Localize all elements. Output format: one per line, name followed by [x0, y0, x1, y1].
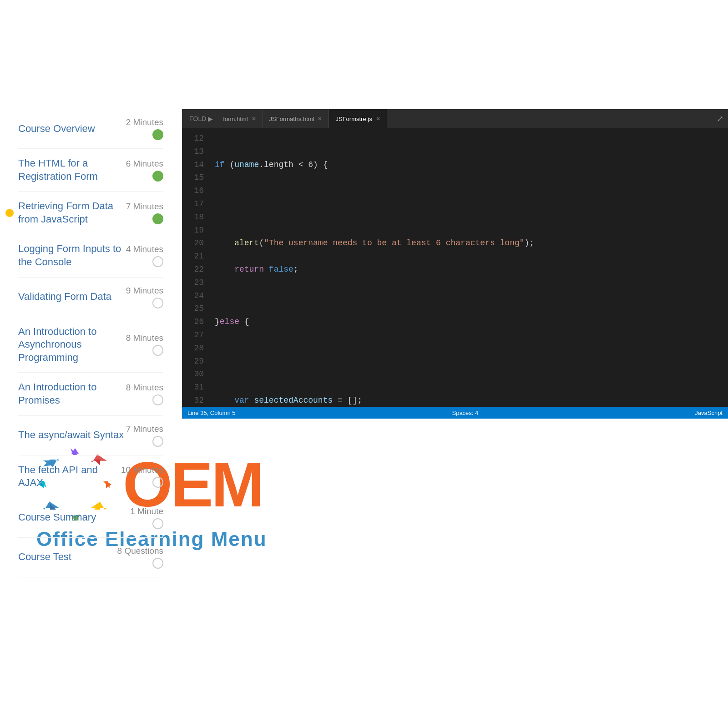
code-line-13 [209, 184, 728, 197]
tab-label: form.html [223, 116, 248, 122]
tab-close-icon[interactable]: ✕ [252, 116, 256, 122]
status-circle [152, 171, 163, 182]
sidebar-item-5[interactable]: An Introduction to Asynchronous Programm… [18, 317, 163, 373]
tab-label: JSFormstre.js [335, 116, 372, 122]
code-line-21: var selectedAccounts = []; [209, 394, 728, 407]
course-item-left: Logging Form Inputs to the Console [18, 243, 126, 268]
editor-content: 1213141516171819202122232425262728293031… [182, 128, 728, 407]
duration-label: 7 Minutes [126, 424, 163, 434]
duration-label: 9 Minutes [126, 286, 163, 296]
status-circle [152, 256, 163, 267]
folder-icon: FOLD [189, 115, 206, 122]
course-meta: 7 Minutes [126, 202, 163, 224]
top-area [0, 0, 728, 109]
tab-close-icon[interactable]: ✕ [376, 116, 380, 122]
code-line-17 [209, 289, 728, 303]
duration-label: 8 Questions [117, 546, 163, 556]
course-title: Validating Form Data [18, 290, 111, 303]
course-row: Course Overview2 MinutesThe HTML for a R… [0, 109, 728, 419]
sidebar-item-10[interactable]: Course Test8 Questions [18, 538, 163, 577]
status-circle [152, 213, 163, 224]
course-title: Retrieving Form Data from JavaScript [18, 200, 126, 226]
course-item-left: The HTML for a Registration Form [18, 157, 126, 183]
code-lines: if (uname.length < 6) { alert("The usern… [209, 128, 728, 407]
duration-label: 1 Minute [130, 506, 163, 516]
duration-label: 8 Minutes [126, 383, 163, 393]
course-title: Course Overview [18, 122, 95, 136]
course-title: The async/await Syntax [18, 429, 124, 442]
course-item-left: An Introduction to Asynchronous Programm… [18, 325, 126, 364]
course-item-left: The async/await Syntax [18, 429, 124, 442]
course-meta: 8 Minutes [126, 333, 163, 356]
course-title: Course Test [18, 551, 71, 564]
status-circle [152, 477, 163, 488]
code-editor: FOLD ▶ form.html ✕ JSFormattrs.html ✕ JS… [182, 109, 728, 419]
tab-close-icon[interactable]: ✕ [318, 116, 322, 122]
tab-jsformattrs[interactable]: JSFormattrs.html ✕ [263, 109, 329, 128]
course-title: The fetch API and AJAX [18, 464, 121, 490]
status-circle [152, 298, 163, 308]
tab-jsformsstre[interactable]: JSFormstre.js ✕ [329, 109, 387, 128]
language-mode: JavaScript [695, 410, 723, 416]
duration-label: 4 Minutes [126, 244, 163, 254]
course-meta: 8 Questions [117, 546, 163, 569]
sidebar-item-7[interactable]: The async/await Syntax7 Minutes [18, 416, 163, 455]
course-item-left: Course Summary [18, 511, 96, 524]
course-meta: 7 Minutes [126, 424, 163, 447]
sidebar-item-0[interactable]: Course Overview2 Minutes [18, 109, 163, 149]
duration-label: 6 Minutes [126, 159, 163, 169]
course-item-left: Validating Form Data [18, 290, 111, 303]
course-item-left: The fetch API and AJAX [18, 464, 121, 490]
sidebar-item-2[interactable]: Retrieving Form Data from JavaScript7 Mi… [18, 192, 163, 234]
sidebar-item-9[interactable]: Course Summary1 Minute [18, 498, 163, 538]
course-title: Course Summary [18, 511, 96, 524]
tab-form-html[interactable]: form.html ✕ [217, 109, 263, 128]
course-meta: 10 Minutes [121, 465, 163, 488]
tab-label: JSFormattrs.html [269, 116, 314, 122]
code-line-18: }else { [209, 315, 728, 329]
status-circle [152, 394, 163, 405]
main-container: Course Overview2 MinutesThe HTML for a R… [0, 0, 728, 728]
code-line-16: return false; [209, 263, 728, 276]
line-numbers: 1213141516171819202122232425262728293031… [182, 128, 209, 407]
code-line-20 [209, 368, 728, 381]
sidebar-item-3[interactable]: Logging Form Inputs to the Console4 Minu… [18, 234, 163, 277]
course-item-left: An Introduction to Promises [18, 381, 126, 407]
course-meta: 2 Minutes [126, 117, 163, 140]
course-title: An Introduction to Asynchronous Programm… [18, 325, 126, 364]
cursor-position: Line 35, Column 5 [187, 410, 236, 416]
spaces-info: Spaces: 4 [452, 410, 478, 416]
duration-label: 7 Minutes [126, 202, 163, 212]
course-item-left: Course Test [18, 551, 71, 564]
code-line-14 [209, 211, 728, 224]
course-meta: 8 Minutes [126, 383, 163, 405]
course-meta: 9 Minutes [126, 286, 163, 308]
duration-label: 2 Minutes [126, 117, 163, 127]
course-meta: 4 Minutes [126, 244, 163, 267]
status-circle [152, 558, 163, 569]
course-item-left: Course Overview [18, 122, 95, 136]
course-item-left: Retrieving Form Data from JavaScript [18, 200, 126, 226]
editor-expand-icon[interactable]: ⤢ [717, 114, 728, 124]
status-circle [152, 518, 163, 529]
status-circle [152, 345, 163, 356]
course-title: Logging Form Inputs to the Console [18, 243, 126, 268]
sidebar-item-4[interactable]: Validating Form Data9 Minutes [18, 278, 163, 317]
course-title: An Introduction to Promises [18, 381, 126, 407]
course-meta: 1 Minute [130, 506, 163, 529]
editor-statusbar: Line 35, Column 5 Spaces: 4 JavaScript [182, 407, 728, 419]
sidebar-item-6[interactable]: An Introduction to Promises8 Minutes [18, 373, 163, 415]
chevron-icon: ▶ [208, 115, 213, 122]
folder-button[interactable]: FOLD ▶ [186, 113, 217, 124]
sidebar: Course Overview2 MinutesThe HTML for a R… [0, 109, 182, 419]
code-line-15: alert("The username needs to be at least… [209, 237, 728, 250]
sidebar-item-8[interactable]: The fetch API and AJAX10 Minutes [18, 455, 163, 498]
status-circle [152, 129, 163, 140]
course-meta: 6 Minutes [126, 159, 163, 182]
editor-tabs: FOLD ▶ form.html ✕ JSFormattrs.html ✕ JS… [182, 109, 728, 128]
active-indicator [5, 209, 14, 217]
status-circle [152, 436, 163, 447]
duration-label: 10 Minutes [121, 465, 163, 475]
sidebar-item-1[interactable]: The HTML for a Registration Form6 Minute… [18, 149, 163, 192]
course-title: The HTML for a Registration Form [18, 157, 126, 183]
